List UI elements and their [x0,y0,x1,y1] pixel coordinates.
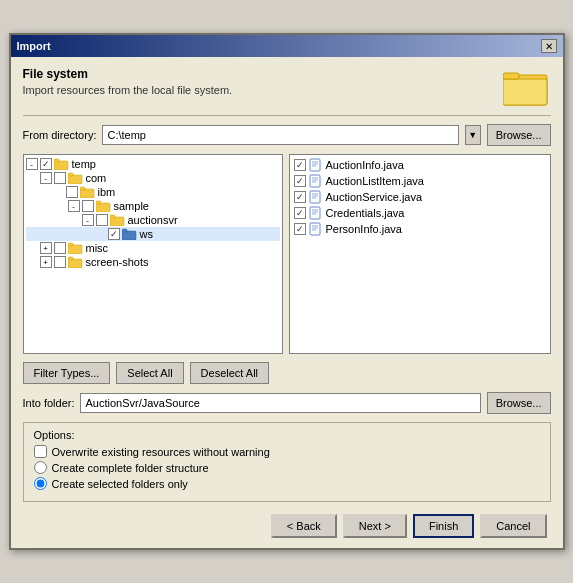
svg-rect-3 [54,161,68,170]
directory-dropdown-button[interactable]: ▼ [465,125,481,145]
title-bar: Import ✕ [11,35,563,57]
into-folder-browse-button[interactable]: Browse... [487,392,551,414]
tree-item-ibm[interactable]: ibm [26,185,280,199]
page-description: Import resources from the local file sys… [23,84,233,96]
selected-folders-radio[interactable] [34,477,47,490]
options-legend: Options: [34,429,540,441]
dialog-content: File system Import resources from the lo… [11,57,563,548]
file-item-0[interactable]: AuctionInfo.java [292,157,548,173]
tree-label-screenshots: screen-shots [86,256,149,268]
file-item-2[interactable]: AuctionService.java [292,189,548,205]
tree-label-com: com [86,172,107,184]
svg-rect-7 [80,189,94,198]
checkbox-ibm[interactable] [66,186,78,198]
expand-misc[interactable]: + [40,242,52,254]
tree-item-temp[interactable]: - temp [26,157,280,171]
checkbox-sample[interactable] [82,200,94,212]
import-dialog: Import ✕ File system Import resources fr… [9,33,565,550]
svg-rect-31 [310,207,320,219]
svg-rect-13 [122,231,136,240]
tree-item-ws[interactable]: ws [26,227,280,241]
tree-item-auctionsvr[interactable]: - auctionsvr [26,213,280,227]
svg-rect-2 [503,73,519,79]
from-directory-input[interactable] [102,125,458,145]
file-name-4: PersonInfo.java [326,223,402,235]
file-checkbox-0[interactable] [294,159,306,171]
from-directory-label: From directory: [23,129,97,141]
svg-rect-18 [68,257,73,260]
filter-types-button[interactable]: Filter Types... [23,362,111,384]
selected-folders-row: Create selected folders only [34,477,540,490]
checkbox-misc[interactable] [54,242,66,254]
file-item-1[interactable]: AuctionListItem.java [292,173,548,189]
footer-buttons: < Back Next > Finish Cancel [23,514,551,538]
svg-rect-12 [110,215,115,218]
options-group: Options: Overwrite existing resources wi… [23,422,551,502]
action-buttons-row: Filter Types... Select All Deselect All [23,362,551,384]
svg-rect-1 [503,79,547,105]
dialog-title: Import [17,40,51,52]
overwrite-checkbox[interactable] [34,445,47,458]
deselect-all-button[interactable]: Deselect All [190,362,269,384]
complete-folder-radio[interactable] [34,461,47,474]
checkbox-auctionsvr[interactable] [96,214,108,226]
selected-folders-label: Create selected folders only [52,478,188,490]
tree-label-misc: misc [86,242,109,254]
page-title: File system [23,67,233,81]
expand-screenshots[interactable]: + [40,256,52,268]
cancel-button[interactable]: Cancel [480,514,546,538]
svg-rect-15 [68,245,82,254]
into-folder-label: Into folder: [23,397,75,409]
svg-rect-8 [80,187,85,190]
tree-label-sample: sample [114,200,149,212]
tree-label-ws: ws [140,228,153,240]
checkbox-screenshots[interactable] [54,256,66,268]
svg-rect-35 [310,223,320,235]
checkbox-temp[interactable] [40,158,52,170]
tree-item-sample[interactable]: - sample [26,199,280,213]
svg-rect-5 [68,175,82,184]
tree-panel[interactable]: - temp - com ibm [23,154,283,354]
select-all-button[interactable]: Select All [116,362,183,384]
main-panels: - temp - com ibm [23,154,551,354]
tree-item-screenshots[interactable]: + screen-shots [26,255,280,269]
svg-rect-14 [122,229,127,232]
file-checkbox-1[interactable] [294,175,306,187]
expand-temp[interactable]: - [26,158,38,170]
from-directory-browse-button[interactable]: Browse... [487,124,551,146]
svg-rect-6 [68,173,73,176]
file-name-3: Credentials.java [326,207,405,219]
file-checkbox-4[interactable] [294,223,306,235]
file-panel[interactable]: AuctionInfo.java AuctionListItem.java Au… [289,154,551,354]
file-item-3[interactable]: Credentials.java [292,205,548,221]
expand-auctionsvr[interactable]: - [82,214,94,226]
overwrite-option-row: Overwrite existing resources without war… [34,445,540,458]
svg-rect-23 [310,175,320,187]
tree-item-com[interactable]: - com [26,171,280,185]
file-checkbox-2[interactable] [294,191,306,203]
finish-button[interactable]: Finish [413,514,474,538]
svg-rect-17 [68,259,82,268]
file-checkbox-3[interactable] [294,207,306,219]
checkbox-ws[interactable] [108,228,120,240]
folder-icon [503,67,551,107]
tree-item-misc[interactable]: + misc [26,241,280,255]
from-directory-row: From directory: ▼ Browse... [23,124,551,146]
into-folder-row: Into folder: Browse... [23,392,551,414]
into-folder-input[interactable] [80,393,480,413]
overwrite-label: Overwrite existing resources without war… [52,446,270,458]
back-button[interactable]: < Back [271,514,337,538]
tree-label-temp: temp [72,158,96,170]
expand-com[interactable]: - [40,172,52,184]
svg-rect-9 [96,203,110,212]
checkbox-com[interactable] [54,172,66,184]
complete-folder-row: Create complete folder structure [34,461,540,474]
close-button[interactable]: ✕ [541,39,557,53]
expand-sample[interactable]: - [68,200,80,212]
file-item-4[interactable]: PersonInfo.java [292,221,548,237]
tree-label-ibm: ibm [98,186,116,198]
header-text: File system Import resources from the lo… [23,67,233,96]
svg-rect-10 [96,201,101,204]
svg-rect-19 [310,159,320,171]
next-button[interactable]: Next > [343,514,407,538]
